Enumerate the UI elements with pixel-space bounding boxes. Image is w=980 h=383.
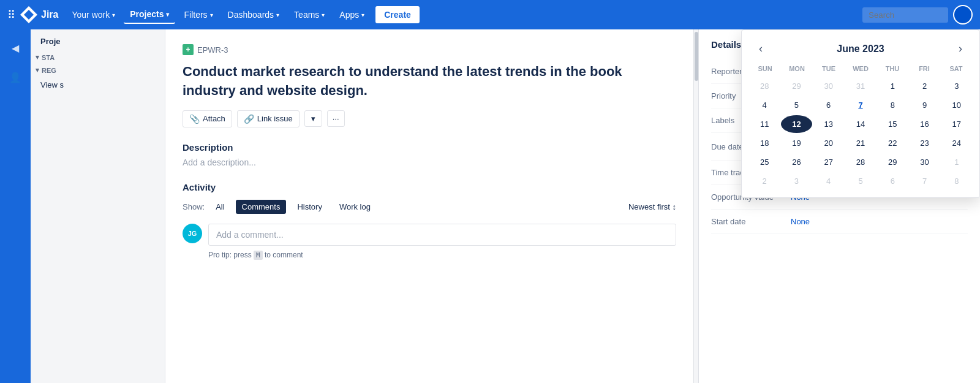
calendar-day[interactable]: 17 [941,115,972,133]
weekday-mon: MON [781,63,813,75]
calendar-day[interactable]: 20 [813,134,844,152]
search-input[interactable] [862,7,948,23]
nav-dashboards[interactable]: Dashboards ▾ [222,6,286,23]
more-button[interactable]: ··· [327,110,345,127]
calendar-day[interactable]: 2 [909,77,940,95]
calendar-day[interactable]: 30 [813,77,844,95]
calendar-day[interactable]: 7 [909,172,940,190]
calendar-prev-button[interactable]: ‹ [754,40,767,58]
calendar-next-button[interactable]: › [954,40,967,58]
calendar-day[interactable]: 3 [941,77,972,95]
filter-all-button[interactable]: All [209,200,230,214]
nav-apps[interactable]: Apps ▾ [333,6,371,23]
avatar[interactable] [953,5,973,25]
calendar-day[interactable]: 14 [845,115,876,133]
calendar-day[interactable]: 6 [877,172,908,190]
calendar-day[interactable]: 5 [845,172,876,190]
calendar-day[interactable]: 10 [941,96,972,114]
sidebar-section-reg[interactable]: ▾ REG [31,64,165,77]
comment-input[interactable]: Add a comment... [208,224,676,246]
filter-comments-button[interactable]: Comments [236,200,287,214]
scroll-track[interactable] [693,29,698,383]
calendar-day[interactable]: 28 [845,153,876,171]
comment-input-row: JG Add a comment... [183,224,676,246]
start-date-value[interactable]: None [791,217,810,226]
show-label: Show: [183,202,205,211]
expand-button[interactable]: ▾ [304,110,322,127]
grid-icon[interactable]: ⠿ [7,8,15,21]
description-placeholder[interactable]: Add a description... [183,157,676,167]
description-label: Description [183,142,676,153]
issue-title[interactable]: Conduct market research to understand th… [183,63,676,100]
nav-filters[interactable]: Filters ▾ [178,6,219,23]
calendar-weekdays: SUN MON TUE WED THU FRI SAT [749,63,972,75]
sidebar-back-icon[interactable]: ◀ [4,37,26,59]
calendar-day[interactable]: 9 [909,96,940,114]
calendar-day[interactable]: 24 [941,134,972,152]
sidebar-section-sta[interactable]: ▾ STA [31,51,165,64]
nav-right [862,5,973,25]
filter-worklog-button[interactable]: Work log [333,200,377,214]
calendar-day[interactable]: 30 [909,153,940,171]
calendar-day[interactable]: 21 [845,134,876,152]
nav-teams[interactable]: Teams ▾ [288,6,331,23]
calendar-days: 2829303112345678910111213141516171819202… [749,77,972,190]
chevron-icon: ▾ [36,66,39,74]
calendar-overlay: ‹ June 2023 › SUN MON TUE WED THU FRI SA… [741,29,980,198]
calendar-day[interactable]: 26 [781,153,812,171]
weekday-fri: FRI [908,63,940,75]
jira-logo[interactable]: Jira [20,6,58,23]
calendar-day[interactable]: 6 [813,96,844,114]
calendar-day[interactable]: 28 [749,77,780,95]
chevron-down-icon: ▾ [276,12,279,18]
attach-button[interactable]: 📎 Attach [183,110,232,127]
description-section: Description Add a description... [183,142,676,167]
calendar-day[interactable]: 4 [813,172,844,190]
calendar-day[interactable]: 11 [749,115,780,133]
issue-content: + EPWR-3 Conduct market research to unde… [165,29,693,383]
calendar-day[interactable]: 27 [813,153,844,171]
calendar-day[interactable]: 2 [749,172,780,190]
filter-history-button[interactable]: History [291,200,328,214]
calendar-day[interactable]: 29 [781,77,812,95]
calendar-day[interactable]: 29 [877,153,908,171]
calendar-day[interactable]: 31 [845,77,876,95]
calendar-day[interactable]: 5 [781,96,812,114]
calendar-day[interactable]: 4 [749,96,780,114]
chevron-icon: ▾ [36,53,39,61]
calendar-day[interactable]: 1 [877,77,908,95]
calendar-day[interactable]: 19 [781,134,812,152]
calendar-day[interactable]: 12 [781,115,812,133]
calendar-day[interactable]: 16 [909,115,940,133]
calendar-day[interactable]: 7 [845,96,876,114]
scroll-thumb[interactable] [695,32,698,81]
details-panel: Details Reporter Priority Labels [698,29,980,383]
calendar-day[interactable]: 23 [909,134,940,152]
action-buttons: 📎 Attach 🔗 Link issue ▾ ··· [183,110,676,127]
sort-button[interactable]: Newest first ↕ [628,202,676,211]
calendar-day[interactable]: 15 [877,115,908,133]
start-date-label: Start date [711,217,791,226]
calendar-day[interactable]: 18 [749,134,780,152]
sidebar-view-item[interactable]: View s [31,77,165,93]
detail-row-start-date: Start date None [711,210,968,234]
nav-projects[interactable]: Projects ▾ [124,6,175,24]
calendar-day[interactable]: 3 [781,172,812,190]
sidebar-user-icon[interactable]: 👤 [4,66,26,88]
nav-your-work[interactable]: Your work ▾ [66,6,121,23]
calendar-day[interactable]: 22 [877,134,908,152]
link-issue-button[interactable]: 🔗 Link issue [237,110,300,127]
chevron-down-icon: ▾ [166,11,169,18]
top-navigation: ⠿ Jira Your work ▾ Projects ▾ Filters ▾ … [0,0,980,29]
issue-id: EPWR-3 [197,45,228,55]
calendar-day[interactable]: 8 [941,172,972,190]
calendar-day[interactable]: 8 [877,96,908,114]
create-button[interactable]: Create [375,6,420,23]
calendar-header: ‹ June 2023 › [742,30,979,63]
weekday-tue: TUE [813,63,845,75]
calendar-day[interactable]: 13 [813,115,844,133]
calendar-day[interactable]: 25 [749,153,780,171]
chevron-down-icon: ▾ [210,12,213,18]
calendar-day[interactable]: 1 [941,153,972,171]
chevron-down-icon: ▾ [322,12,325,18]
